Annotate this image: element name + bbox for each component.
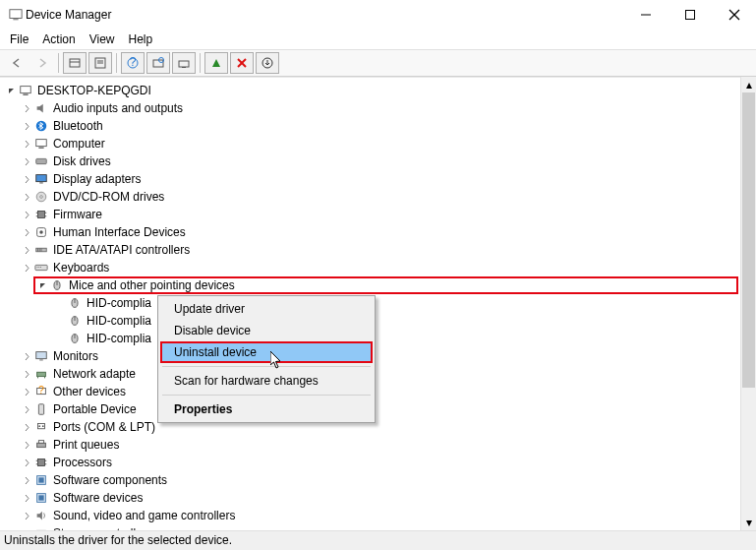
device-icon: [33, 490, 49, 506]
chevron-right-icon[interactable]: [20, 420, 33, 434]
uninstall-device-button[interactable]: [256, 52, 279, 74]
disable-device-button[interactable]: [230, 52, 254, 74]
chevron-placeholder: [53, 332, 67, 345]
tree-node-label: Bluetooth: [51, 119, 103, 133]
show-hidden-button[interactable]: [63, 52, 87, 74]
back-button[interactable]: [5, 52, 29, 74]
chevron-right-icon[interactable]: [20, 243, 33, 257]
menu-file[interactable]: File: [4, 31, 34, 48]
tree-node-audio-inputs-and-outputs[interactable]: Audio inputs and outputs: [2, 99, 738, 117]
chevron-right-icon[interactable]: [20, 154, 33, 168]
chevron-right-icon[interactable]: [20, 137, 33, 151]
chevron-right-icon[interactable]: [20, 491, 33, 505]
svg-rect-16: [182, 67, 186, 68]
chevron-down-icon[interactable]: [35, 278, 49, 292]
svg-rect-66: [38, 459, 45, 466]
svg-point-63: [42, 425, 44, 427]
chevron-right-icon[interactable]: [20, 119, 33, 133]
maximize-button[interactable]: [668, 0, 712, 30]
update-driver-button[interactable]: [172, 52, 196, 74]
svg-rect-26: [36, 175, 47, 182]
chevron-right-icon[interactable]: [20, 438, 33, 452]
chevron-right-icon[interactable]: [20, 367, 33, 381]
scroll-down-button[interactable]: ▾: [741, 515, 756, 530]
svg-point-29: [40, 196, 43, 199]
tree-node-ide-ata-atapi-controllers[interactable]: IDE ATA/ATAPI controllers: [2, 241, 738, 259]
tree-node-label: HID-complia: [85, 332, 151, 345]
svg-rect-3: [685, 11, 694, 20]
menu-action[interactable]: Action: [36, 31, 81, 48]
svg-point-36: [39, 230, 43, 234]
tree-node-disk-drives[interactable]: Disk drives: [2, 153, 738, 170]
device-icon: [33, 508, 49, 523]
chevron-right-icon[interactable]: [20, 509, 33, 522]
toolbar: ?: [0, 49, 756, 77]
chevron-right-icon[interactable]: [20, 349, 33, 363]
tree-node-bluetooth[interactable]: Bluetooth: [2, 117, 738, 135]
device-icon: [33, 207, 49, 222]
tree-node-label: Keyboards: [51, 261, 109, 275]
context-disable-device[interactable]: Disable device: [160, 320, 373, 341]
chevron-right-icon[interactable]: [20, 225, 33, 239]
device-icon: [33, 401, 49, 417]
tree-node-processors[interactable]: Processors: [2, 454, 738, 471]
vertical-scrollbar[interactable]: ▴ ▾: [740, 77, 756, 530]
chevron-right-icon[interactable]: [20, 172, 33, 186]
chevron-placeholder: [53, 296, 67, 310]
device-icon: [33, 224, 49, 240]
title-bar: Device Manager: [0, 0, 756, 30]
tree-node-label: DVD/CD-ROM drives: [51, 190, 164, 204]
chevron-right-icon[interactable]: [20, 402, 33, 416]
menu-view[interactable]: View: [84, 31, 121, 48]
context-properties[interactable]: Properties: [160, 398, 373, 420]
chevron-right-icon[interactable]: [20, 208, 33, 221]
svg-rect-44: [40, 267, 41, 268]
device-icon: [33, 472, 49, 488]
svg-rect-54: [39, 360, 43, 361]
tree-node-display-adapters[interactable]: Display adapters: [2, 170, 738, 188]
tree-node-firmware[interactable]: Firmware: [2, 206, 738, 223]
properties-button[interactable]: [88, 52, 112, 74]
svg-rect-30: [38, 212, 45, 218]
svg-text:?: ?: [130, 56, 137, 69]
chevron-right-icon[interactable]: [20, 385, 33, 398]
chevron-down-icon[interactable]: [4, 84, 18, 97]
tree-node-dvd-cd-rom-drives[interactable]: DVD/CD-ROM drives: [2, 188, 738, 206]
tree-node-keyboards[interactable]: Keyboards: [2, 259, 738, 276]
tree-node-computer[interactable]: Computer: [2, 135, 738, 153]
tree-node-label: IDE ATA/ATAPI controllers: [51, 243, 190, 257]
chevron-right-icon[interactable]: [20, 261, 33, 275]
tree-node-software-components[interactable]: Software components: [2, 471, 738, 489]
chevron-right-icon[interactable]: [20, 473, 33, 487]
svg-rect-13: [153, 60, 163, 67]
window-title: Device Manager: [26, 8, 623, 22]
tree-node-computer[interactable]: DESKTOP-KEPQGDI: [2, 82, 738, 99]
context-scan-hardware[interactable]: Scan for hardware changes: [160, 370, 373, 392]
chevron-right-icon[interactable]: [20, 456, 33, 469]
chevron-right-icon[interactable]: [20, 190, 33, 204]
tree-node-print-queues[interactable]: Print queues: [2, 436, 738, 454]
tree-node-label: Print queues: [51, 438, 119, 452]
tree-node-mice[interactable]: Mice and other pointing devices: [33, 276, 738, 294]
tree-node-software-devices[interactable]: Software devices: [2, 489, 738, 507]
scroll-up-button[interactable]: ▴: [741, 77, 756, 92]
enable-device-button[interactable]: [204, 52, 228, 74]
chevron-right-icon[interactable]: [20, 101, 33, 115]
context-update-driver[interactable]: Update driver: [160, 298, 373, 320]
tree-node-sound-video-and-game-controllers[interactable]: Sound, video and game controllers: [2, 507, 738, 524]
context-separator: [162, 366, 371, 367]
help-button[interactable]: ?: [121, 52, 145, 74]
forward-button[interactable]: [30, 52, 54, 74]
tree-node-human-interface-devices[interactable]: Human Interface Devices: [2, 223, 738, 241]
scan-hardware-button[interactable]: [146, 52, 170, 74]
svg-rect-65: [38, 441, 43, 444]
scroll-thumb[interactable]: [742, 92, 755, 388]
tree-node-label: Human Interface Devices: [51, 225, 186, 239]
context-uninstall-device[interactable]: Uninstall device: [160, 341, 373, 363]
menu-help[interactable]: Help: [123, 31, 159, 48]
minimize-button[interactable]: [623, 0, 668, 30]
close-button[interactable]: [712, 0, 756, 30]
tree-node-label: Processors: [51, 456, 112, 469]
tree-node-label: Firmware: [51, 208, 102, 221]
device-icon: [33, 348, 49, 364]
